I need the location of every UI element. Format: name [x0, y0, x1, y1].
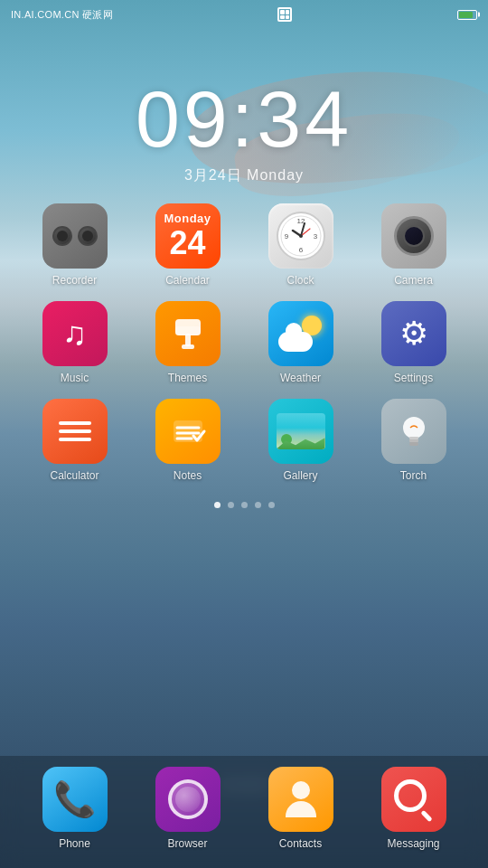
blackberry-icon — [277, 7, 292, 22]
app-themes[interactable]: Themes — [138, 301, 238, 384]
app-calculator[interactable]: Calculator — [25, 399, 125, 482]
svg-text:3: 3 — [313, 232, 317, 241]
battery-fill — [459, 12, 473, 18]
clock-date: 3月24日 Monday — [0, 166, 488, 185]
notes-label: Notes — [174, 469, 202, 482]
phone-symbol: 📞 — [53, 779, 96, 819]
contacts-person — [286, 781, 316, 817]
gallery-label: Gallery — [283, 469, 317, 482]
page-dot-3[interactable] — [241, 502, 248, 508]
app-weather[interactable]: Weather — [251, 301, 351, 384]
svg-text:6: 6 — [298, 246, 303, 254]
app-music[interactable]: ♫ Music — [25, 301, 125, 384]
recorder-icon — [42, 203, 108, 269]
browser-label: Browser — [167, 837, 207, 850]
recorder-label: Recorder — [52, 274, 97, 287]
svg-rect-20 — [409, 442, 418, 446]
dock-row: 📞 Phone Browser Contacts — [18, 767, 470, 850]
msg-handle — [420, 810, 432, 822]
clock-svg: 12 3 9 6 — [279, 214, 323, 258]
app-row-1: Recorder Monday 24 Calendar 12 3 — [18, 203, 470, 287]
app-browser[interactable]: Browser — [138, 767, 238, 850]
svg-point-17 — [403, 417, 425, 439]
carrier-label: IN.AI.COM.CN 硬派网 — [11, 8, 113, 22]
app-recorder[interactable]: Recorder — [25, 203, 125, 287]
settings-label: Settings — [394, 372, 433, 384]
app-row-3: Calculator Notes Gallery — [18, 399, 470, 482]
torch-svg — [394, 411, 434, 451]
phone-icon: 📞 — [42, 767, 108, 832]
calendar-body: Monday 24 — [164, 212, 211, 261]
camera-icon — [381, 203, 446, 269]
gallery-visual — [277, 413, 325, 449]
calc-lines — [59, 421, 91, 441]
notes-svg — [168, 411, 208, 451]
themes-icon — [155, 301, 221, 366]
page-dot-5[interactable] — [268, 502, 275, 508]
app-clock[interactable]: 12 3 9 6 Clock — [251, 203, 351, 287]
app-notes[interactable]: Notes — [138, 399, 238, 482]
camera-label: Camera — [394, 274, 433, 287]
camera-lens — [394, 216, 434, 256]
calendar-label: Calendar — [165, 274, 210, 287]
settings-icon: ⚙ — [381, 301, 446, 366]
app-phone[interactable]: 📞 Phone — [25, 767, 125, 850]
contacts-icon — [268, 767, 333, 832]
music-note-symbol: ♫ — [62, 315, 87, 353]
messaging-icon — [381, 767, 446, 832]
themes-svg — [168, 314, 208, 354]
clock-face: 12 3 9 6 — [277, 212, 325, 260]
calc-line-1 — [59, 421, 91, 425]
svg-rect-12 — [175, 326, 201, 335]
calculator-label: Calculator — [50, 469, 99, 482]
clock-section: 09:34 3月24日 Monday — [0, 25, 488, 185]
svg-rect-18 — [409, 437, 418, 439]
weather-label: Weather — [280, 372, 321, 384]
page-dot-4[interactable] — [255, 502, 261, 508]
svg-rect-11 — [182, 344, 194, 349]
browser-o-shape — [168, 779, 208, 819]
page-dot-1[interactable] — [214, 502, 221, 508]
browser-icon — [155, 767, 221, 832]
app-messaging[interactable]: Messaging — [364, 767, 464, 850]
status-indicators — [457, 10, 477, 20]
clock-time: 09:34 — [0, 80, 488, 159]
bb-dot-4 — [286, 15, 290, 20]
weather-visual — [278, 316, 324, 352]
app-calendar[interactable]: Monday 24 Calendar — [138, 203, 238, 287]
page-dot-2[interactable] — [228, 502, 234, 508]
calculator-icon — [42, 399, 108, 464]
svg-rect-10 — [185, 334, 191, 346]
svg-rect-19 — [409, 439, 418, 442]
person-head — [292, 781, 310, 799]
calendar-day: Monday — [164, 212, 211, 225]
camera-lens-inner — [403, 225, 425, 247]
bb-dot-1 — [280, 10, 285, 14]
recorder-dial-left — [52, 226, 72, 246]
phone-label: Phone — [59, 837, 90, 850]
notification-icons — [277, 7, 292, 22]
app-settings[interactable]: ⚙ Settings — [364, 301, 464, 384]
app-contacts[interactable]: Contacts — [251, 767, 351, 850]
bb-dot-3 — [280, 15, 285, 20]
app-torch[interactable]: Torch — [364, 399, 464, 482]
recorder-body — [52, 226, 98, 246]
app-grid: Recorder Monday 24 Calendar 12 3 — [0, 185, 488, 482]
themes-label: Themes — [168, 372, 207, 384]
torch-label: Torch — [400, 469, 427, 482]
recorder-dial-right — [78, 226, 98, 246]
bb-dot-2 — [286, 10, 290, 14]
app-gallery[interactable]: Gallery — [251, 399, 351, 482]
calc-line-2 — [59, 429, 91, 433]
music-label: Music — [61, 372, 89, 384]
calc-line-3 — [59, 438, 91, 441]
msg-circle — [394, 779, 427, 812]
torch-icon-container — [381, 399, 446, 464]
notes-icon — [155, 399, 221, 464]
app-row-2: ♫ Music Themes — [18, 301, 470, 384]
clock-icon: 12 3 9 6 — [268, 203, 333, 269]
calendar-icon: Monday 24 — [155, 203, 221, 269]
person-body — [286, 801, 316, 817]
messaging-search-shape — [394, 779, 434, 819]
app-camera[interactable]: Camera — [364, 203, 464, 287]
